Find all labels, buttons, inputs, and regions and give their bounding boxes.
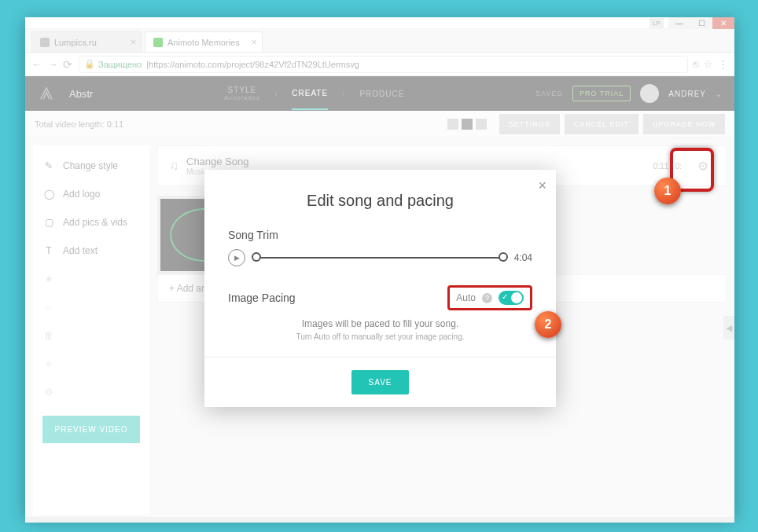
edit-song-pacing-modal: × Edit song and pacing Song Trim ▶ 4:04 … — [204, 170, 556, 407]
pacing-hint: Turn Auto off to manually set your image… — [228, 332, 532, 341]
auto-pacing-group: Auto ? ✓ — [447, 285, 532, 310]
pacing-description: Images will be paced to fill your song. — [228, 318, 532, 329]
modal-title: Edit song and pacing — [204, 170, 556, 229]
song-trim-slider[interactable] — [253, 257, 506, 259]
modal-close-icon[interactable]: × — [538, 178, 546, 194]
image-pacing-label: Image Pacing — [228, 292, 296, 304]
auto-pacing-toggle[interactable]: ✓ — [499, 291, 524, 305]
song-trim-label: Song Trim — [228, 229, 532, 241]
play-icon[interactable]: ▶ — [228, 249, 245, 266]
help-icon[interactable]: ? — [482, 293, 492, 303]
check-icon: ✓ — [502, 292, 508, 301]
toggle-knob — [511, 292, 522, 303]
trim-duration: 4:04 — [514, 252, 532, 263]
trim-start-handle[interactable] — [252, 252, 261, 262]
trim-end-handle[interactable] — [499, 252, 508, 262]
save-button[interactable]: SAVE — [351, 370, 410, 394]
auto-label: Auto — [456, 292, 476, 303]
